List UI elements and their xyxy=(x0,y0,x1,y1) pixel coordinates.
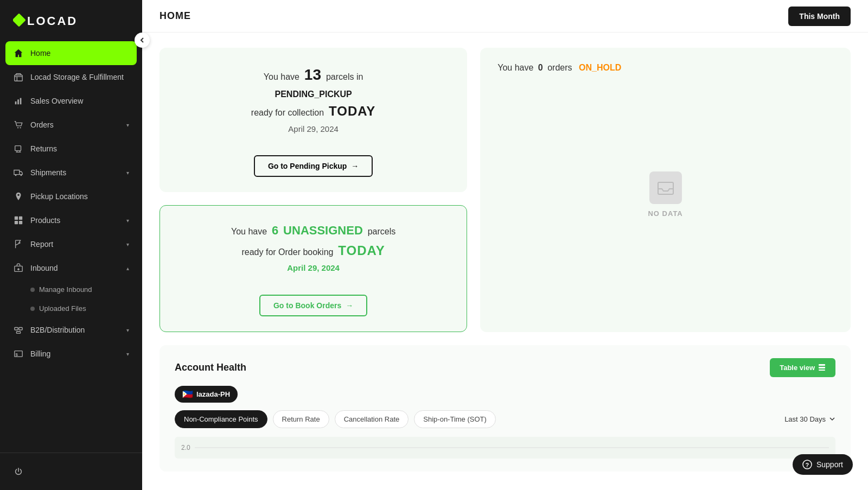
unassigned-card-text: You have 6 UNASSIGNED parcels ready for … xyxy=(177,221,449,275)
sidebar-bottom xyxy=(0,453,142,490)
ah-header: Account Health Table view xyxy=(175,358,835,377)
unassigned-status: UNASSIGNED xyxy=(283,224,363,237)
date-range-label: Last 30 Days xyxy=(784,415,826,423)
svg-rect-0 xyxy=(13,13,26,27)
chevron-down-icon: ▾ xyxy=(126,327,129,333)
this-month-button[interactable]: This Month xyxy=(788,7,851,26)
tab-label: Non-Compliance Points xyxy=(184,415,258,423)
tab-cancellation-rate[interactable]: Cancellation Rate xyxy=(335,410,409,428)
page-title: HOME xyxy=(159,10,191,22)
sidebar-item-orders[interactable]: Orders ▾ xyxy=(0,113,142,137)
power-icon xyxy=(13,466,24,477)
topbar: HOME This Month xyxy=(142,0,868,33)
sidebar-item-label: Billing xyxy=(30,349,120,358)
tab-non-compliance[interactable]: Non-Compliance Points xyxy=(175,410,267,428)
ah-chart-area: 2.0 xyxy=(175,437,835,459)
logo-area: LOCAD xyxy=(0,0,142,41)
sidebar-item-billing[interactable]: $ Billing ▾ xyxy=(0,342,142,366)
chevron-down-icon: ▾ xyxy=(126,351,129,357)
sidebar-item-storage[interactable]: Locad Storage & Fulfillment xyxy=(0,65,142,89)
pending-status: PENDING_PICKUP xyxy=(275,90,352,99)
top-cards-row: You have 13 parcels in PENDING_PICKUP re… xyxy=(159,48,851,332)
svg-rect-4 xyxy=(17,99,19,104)
svg-rect-23 xyxy=(819,367,825,368)
sidebar-item-label: Home xyxy=(30,49,129,58)
sidebar-item-label: Shipments xyxy=(30,168,120,177)
unassigned-prefix: You have xyxy=(231,227,267,236)
pin-icon xyxy=(13,191,24,202)
svg-text:?: ? xyxy=(805,462,809,468)
sidebar-item-label: Sales Overview xyxy=(30,97,129,105)
chevron-down-icon: ▾ xyxy=(126,170,129,176)
svg-rect-13 xyxy=(15,221,18,224)
b2b-icon xyxy=(13,324,24,335)
unassigned-count: 6 xyxy=(272,224,278,237)
svg-rect-18 xyxy=(16,332,20,334)
sidebar-item-label: B2B/Distribution xyxy=(30,326,120,334)
sidebar: LOCAD Home Locad Storage & Fulfillment S… xyxy=(0,0,142,490)
no-data-area: NO DATA xyxy=(497,73,833,317)
table-view-button[interactable]: Table view xyxy=(770,358,835,377)
sidebar-power-button[interactable] xyxy=(13,462,129,481)
sidebar-item-pickup[interactable]: Pickup Locations xyxy=(0,184,142,208)
return-icon xyxy=(13,143,24,154)
sidebar-item-label: Locad Storage & Fulfillment xyxy=(30,73,129,81)
support-icon: ? xyxy=(802,460,812,469)
svg-rect-11 xyxy=(15,217,18,220)
sidebar-item-label: Returns xyxy=(30,144,129,153)
chevron-up-icon: ▴ xyxy=(126,265,129,271)
tab-return-rate[interactable]: Return Rate xyxy=(273,410,329,428)
tab-label: Cancellation Rate xyxy=(344,415,400,423)
on-hold-count: 0 xyxy=(538,63,543,72)
unassigned-date: April 29, 2024 xyxy=(287,263,340,272)
platform-badge[interactable]: 🇵🇭 lazada-PH xyxy=(175,386,238,403)
inbound-icon xyxy=(13,263,24,273)
table-icon xyxy=(818,364,826,371)
pending-date: April 29, 2024 xyxy=(288,124,339,133)
sidebar-item-sales[interactable]: Sales Overview xyxy=(0,89,142,113)
chevron-down-icon xyxy=(829,416,835,422)
products-icon xyxy=(13,215,24,226)
tab-label: Return Rate xyxy=(282,415,320,423)
sidebar-item-products[interactable]: Products ▾ xyxy=(0,208,142,232)
sub-item-label: Manage Inbound xyxy=(39,285,92,294)
table-view-label: Table view xyxy=(780,364,815,372)
tab-ship-on-time[interactable]: Ship-on-Time (SOT) xyxy=(414,410,496,428)
on-hold-suffix: orders xyxy=(547,63,572,72)
billing-icon: $ xyxy=(13,348,24,359)
date-range-button[interactable]: Last 30 Days xyxy=(784,415,835,423)
sidebar-subitem-uploaded-files[interactable]: Uploaded Files xyxy=(0,299,142,318)
sidebar-item-home[interactable]: Home xyxy=(5,41,137,65)
svg-rect-12 xyxy=(19,217,22,220)
svg-rect-16 xyxy=(15,328,18,330)
pending-count: 13 xyxy=(304,66,321,83)
sidebar-item-shipments[interactable]: Shipments ▾ xyxy=(0,161,142,184)
go-to-book-orders-button[interactable]: Go to Book Orders → xyxy=(259,295,367,316)
unassigned-btn-label: Go to Book Orders xyxy=(273,301,341,310)
pending-prefix: You have xyxy=(264,72,299,81)
chevron-down-icon: ▾ xyxy=(126,122,129,128)
sidebar-item-label: Orders xyxy=(30,120,120,129)
pending-card-text: You have 13 parcels in PENDING_PICKUP re… xyxy=(177,63,450,136)
sidebar-item-b2b[interactable]: B2B/Distribution ▾ xyxy=(0,318,142,342)
nav-items: Home Locad Storage & Fulfillment Sales O… xyxy=(0,41,142,453)
go-to-pending-pickup-button[interactable]: Go to Pending Pickup → xyxy=(254,155,373,177)
sidebar-item-label: Pickup Locations xyxy=(30,192,129,201)
sidebar-item-returns[interactable]: Returns xyxy=(0,137,142,161)
svg-rect-8 xyxy=(15,146,21,151)
platform-flag: 🇵🇭 xyxy=(182,389,193,399)
svg-rect-2 xyxy=(15,75,22,81)
main-content: HOME This Month You have 13 parcels in P… xyxy=(142,0,868,490)
sub-dot xyxy=(30,288,35,292)
support-button[interactable]: ? Support xyxy=(793,454,853,475)
home-icon xyxy=(13,48,24,59)
sidebar-collapse-button[interactable] xyxy=(135,33,150,48)
pending-today: TODAY xyxy=(329,104,375,118)
sidebar-subitem-manage-inbound[interactable]: Manage Inbound xyxy=(0,280,142,299)
sidebar-item-inbound[interactable]: Inbound ▴ xyxy=(0,256,142,280)
sidebar-item-label: Inbound xyxy=(30,264,120,272)
sidebar-item-report[interactable]: Report ▾ xyxy=(0,232,142,256)
no-data-icon xyxy=(649,171,682,204)
sub-item-label: Uploaded Files xyxy=(39,304,86,313)
arrow-icon: → xyxy=(346,301,353,310)
